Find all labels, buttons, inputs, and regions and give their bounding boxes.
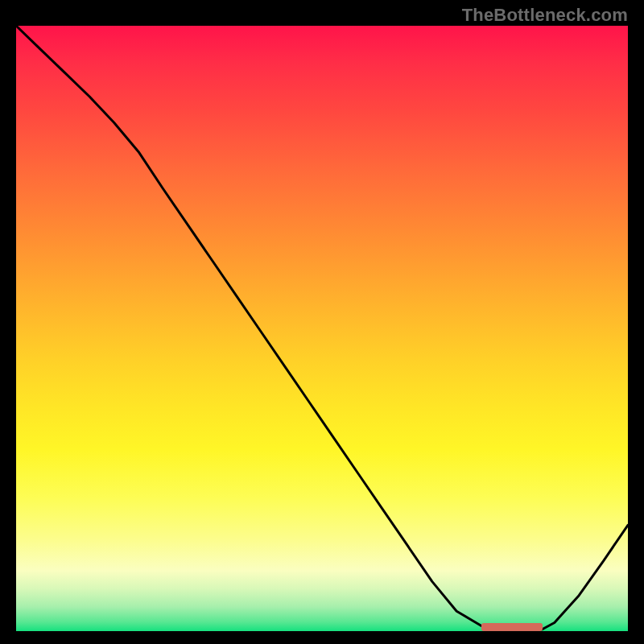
plot-area — [16, 26, 628, 631]
watermark-text: TheBottleneck.com — [462, 5, 628, 26]
chart-frame: TheBottleneck.com — [0, 0, 644, 644]
optimal-range-bar — [481, 623, 543, 631]
bottleneck-curve — [16, 26, 628, 630]
curve-svg — [16, 26, 628, 631]
